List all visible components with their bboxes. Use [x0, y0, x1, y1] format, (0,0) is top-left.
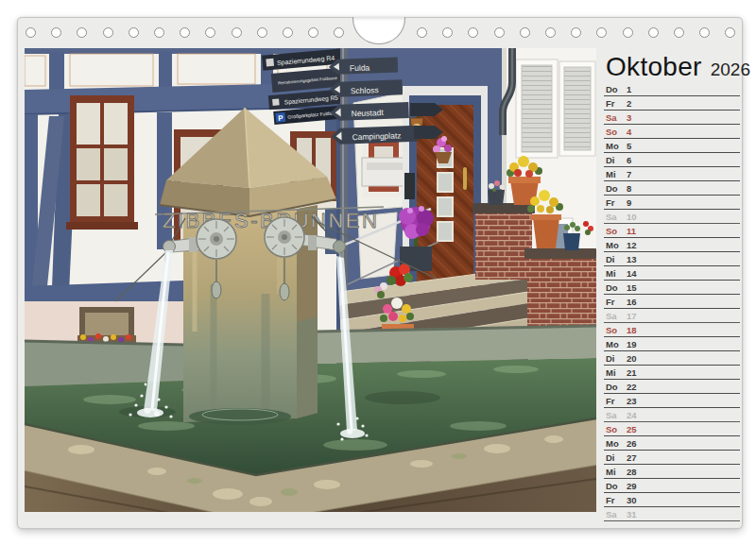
- day-number: 18: [627, 325, 637, 335]
- day-abbr: Fr: [606, 297, 627, 307]
- binding-hole-icon: [417, 27, 427, 38]
- calendar-page: Spazierrundweg R4 Renaturierungsgebiet F…: [17, 17, 743, 529]
- day-number: 5: [627, 141, 631, 151]
- binding-hole-icon: [699, 27, 710, 38]
- binding-hole-icon: [129, 27, 139, 38]
- binding-hole-icon: [520, 27, 530, 38]
- binding-hole-icon: [180, 27, 190, 38]
- day-number: 29: [627, 481, 637, 491]
- calendar-day-row: Fr16: [604, 295, 740, 309]
- day-number: 22: [627, 382, 637, 392]
- day-abbr: Fr: [606, 396, 627, 406]
- day-abbr: Fr: [606, 98, 627, 109]
- day-abbr: So: [606, 325, 627, 335]
- calendar-day-row: Do1: [604, 82, 740, 96]
- binding-holes-right: [417, 27, 735, 38]
- day-abbr: Sa: [606, 212, 627, 222]
- day-abbr: Sa: [606, 311, 627, 321]
- day-abbr: Mo: [606, 141, 627, 151]
- calendar-day-row: Do15: [604, 281, 740, 295]
- day-number: 8: [627, 183, 631, 194]
- calendar-day-row: Sa24: [604, 408, 740, 422]
- day-number: 7: [627, 169, 631, 179]
- calendar-day-row: Fr30: [604, 493, 740, 507]
- day-abbr: Di: [606, 155, 627, 165]
- day-abbr: Mi: [606, 169, 627, 179]
- calendar-day-row: Fr2: [604, 96, 740, 111]
- day-abbr: So: [606, 226, 627, 236]
- day-abbr: Do: [606, 382, 627, 392]
- day-abbr: Di: [606, 452, 627, 463]
- calendar-day-row: Sa17: [604, 309, 740, 323]
- sign-neustadt: Neustadt: [351, 108, 384, 118]
- day-abbr: Do: [606, 282, 627, 293]
- binding-hole-icon: [77, 27, 87, 38]
- day-abbr: Sa: [606, 509, 627, 519]
- day-number: 24: [627, 410, 637, 420]
- calendar-day-row: Mi21: [604, 366, 740, 380]
- calendar-day-row: Mi28: [604, 465, 740, 479]
- day-abbr: So: [606, 424, 627, 434]
- day-number: 27: [627, 452, 637, 463]
- binding-hole-icon: [571, 27, 581, 38]
- sign-schloss: Schloss: [351, 85, 379, 95]
- calendar-day-row: Sa10: [604, 210, 740, 224]
- day-abbr: Mi: [606, 467, 627, 477]
- day-abbr: Mi: [606, 268, 627, 279]
- calendar-day-row: So4: [604, 125, 740, 139]
- day-abbr: Fr: [606, 197, 627, 208]
- day-abbr: Do: [606, 183, 627, 194]
- binding-hole-icon: [648, 27, 659, 38]
- day-number: 20: [627, 353, 637, 364]
- day-number: 9: [627, 197, 631, 208]
- window-left: [66, 95, 138, 230]
- day-number: 10: [627, 212, 637, 222]
- calendar-day-row: Mo12: [604, 238, 740, 252]
- calendar-day-row: Di13: [604, 252, 740, 266]
- calendar-day-row: Mo19: [604, 337, 740, 351]
- sign-fulda: Fulda: [350, 62, 370, 73]
- day-number: 19: [627, 339, 637, 349]
- binding-hole-icon: [257, 27, 267, 38]
- year-label: 2026: [711, 60, 750, 80]
- calendar-day-row: Mo26: [604, 436, 740, 451]
- calendar-day-row: So25: [604, 422, 740, 436]
- day-number: 21: [627, 367, 637, 378]
- day-number: 4: [627, 127, 631, 137]
- binding-hole-icon: [674, 27, 684, 38]
- binding-hole-icon: [308, 27, 318, 38]
- sign-campingplatz: Campingplatz: [352, 130, 401, 142]
- binding-hole-icon: [494, 27, 505, 38]
- day-abbr: So: [606, 127, 627, 137]
- day-number: 11: [627, 226, 636, 236]
- calendar-title: Oktober 2026: [606, 52, 750, 82]
- shutter-window-1: [516, 60, 558, 158]
- day-number: 3: [627, 112, 631, 123]
- calendar-day-row: Di20: [604, 351, 740, 366]
- fountain-photo: Spazierrundweg R4 Renaturierungsgebiet F…: [25, 48, 596, 512]
- calendar-day-row: Do29: [604, 479, 740, 493]
- hanger-notch: [352, 17, 405, 44]
- binding-hole-icon: [51, 27, 61, 38]
- calendar-day-row: Do22: [604, 380, 740, 394]
- calendar-day-row: Sa31: [604, 507, 740, 521]
- binding-hole-icon: [154, 27, 164, 38]
- day-number: 2: [627, 98, 631, 109]
- day-number: 14: [627, 268, 637, 279]
- calendar-day-row: Di27: [604, 451, 740, 465]
- day-number: 16: [627, 297, 637, 307]
- day-number: 26: [627, 438, 637, 449]
- binding-hole-icon: [596, 27, 607, 38]
- day-number: 17: [627, 311, 637, 321]
- calendar-day-row: Do8: [604, 181, 740, 196]
- calendar-day-row: Mi14: [604, 266, 740, 281]
- day-abbr: Do: [606, 84, 627, 94]
- month-name: Oktober: [606, 52, 702, 82]
- shutter-window-2: [559, 61, 595, 156]
- day-number: 30: [627, 495, 637, 505]
- calendar-day-row: Mo5: [604, 139, 740, 153]
- calendar-day-row: So18: [604, 323, 740, 337]
- calendar-day-row: Di6: [604, 153, 740, 167]
- binding-hole-icon: [103, 27, 113, 38]
- day-abbr: Fr: [606, 495, 627, 505]
